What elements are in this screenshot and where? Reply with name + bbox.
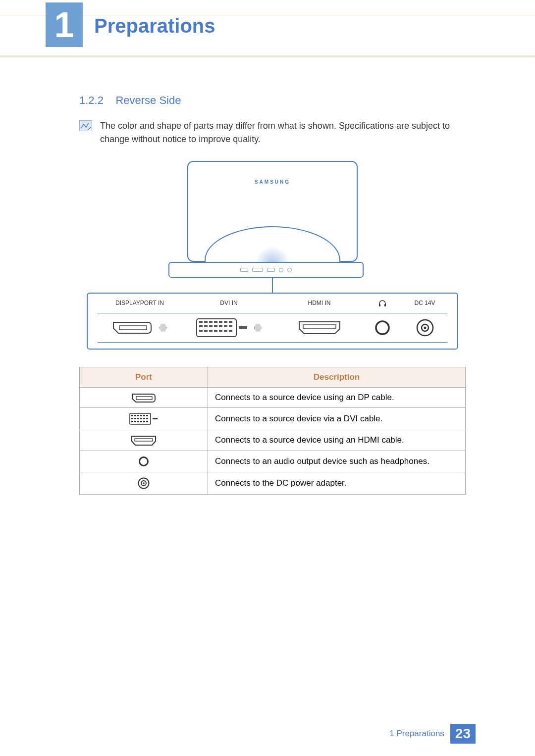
svg-rect-35 bbox=[131, 415, 133, 416]
port-desc: Connects to an audio output device such … bbox=[208, 451, 466, 472]
note-text: The color and shape of parts may differ … bbox=[100, 119, 466, 146]
svg-rect-45 bbox=[143, 418, 145, 419]
svg-rect-8 bbox=[209, 321, 213, 323]
table-row: Connects to an audio output device such … bbox=[80, 451, 466, 472]
headphone-icon bbox=[363, 300, 402, 309]
port-label-displayport: DISPLAYPORT IN bbox=[98, 300, 182, 309]
svg-rect-16 bbox=[214, 325, 217, 327]
svg-rect-15 bbox=[209, 325, 213, 327]
port-label-dc: DC 14V bbox=[402, 300, 447, 309]
section-heading: 1.2.2 Reverse Side bbox=[79, 94, 466, 107]
port-cell-dvi-icon bbox=[80, 408, 208, 430]
svg-rect-47 bbox=[131, 421, 133, 422]
port-cell-dc-icon bbox=[80, 472, 208, 494]
port-cell-dp-icon bbox=[80, 388, 208, 408]
svg-rect-4 bbox=[119, 326, 147, 330]
audio-jack-icon bbox=[374, 320, 390, 336]
svg-rect-14 bbox=[204, 325, 208, 327]
port-desc: Connects to the DC power adapter. bbox=[208, 472, 466, 494]
footer-label: 1 Preparations bbox=[389, 729, 444, 739]
table-row: Connects to a source device using an HDM… bbox=[80, 430, 466, 451]
displayport-icon bbox=[112, 321, 152, 334]
svg-rect-20 bbox=[199, 330, 203, 332]
screw-icon bbox=[254, 324, 262, 332]
svg-rect-23 bbox=[214, 330, 217, 332]
svg-rect-18 bbox=[224, 325, 227, 327]
svg-rect-27 bbox=[239, 326, 247, 329]
table-row: Connects to a source device using an DP … bbox=[80, 388, 466, 408]
svg-rect-51 bbox=[143, 421, 145, 422]
svg-rect-3 bbox=[384, 304, 386, 306]
svg-rect-10 bbox=[219, 321, 222, 323]
svg-rect-28 bbox=[303, 325, 336, 328]
svg-rect-26 bbox=[229, 330, 232, 332]
svg-rect-54 bbox=[135, 439, 153, 441]
note-icon bbox=[79, 120, 91, 132]
svg-rect-43 bbox=[137, 418, 139, 419]
svg-rect-53 bbox=[153, 418, 158, 419]
svg-point-55 bbox=[140, 457, 148, 465]
svg-rect-46 bbox=[146, 418, 148, 419]
svg-point-58 bbox=[143, 482, 145, 484]
ports-table: Port Description Connects to a source de… bbox=[79, 367, 466, 495]
svg-rect-38 bbox=[140, 415, 142, 416]
svg-rect-37 bbox=[137, 415, 139, 416]
svg-rect-52 bbox=[146, 421, 148, 422]
svg-rect-7 bbox=[204, 321, 208, 323]
dvi-icon bbox=[196, 318, 248, 337]
page-number: 23 bbox=[450, 724, 476, 744]
svg-rect-6 bbox=[199, 321, 203, 323]
svg-rect-50 bbox=[140, 421, 142, 422]
svg-rect-49 bbox=[137, 421, 139, 422]
svg-rect-42 bbox=[134, 418, 136, 419]
port-panel: DISPLAYPORT IN DVI IN HDMI IN DC 14V bbox=[87, 293, 458, 350]
hdmi-icon bbox=[298, 321, 341, 335]
svg-rect-17 bbox=[219, 325, 222, 327]
brand-label: SAMSUNG bbox=[188, 179, 357, 185]
svg-rect-33 bbox=[136, 397, 152, 400]
svg-point-32 bbox=[424, 327, 426, 329]
port-desc: Connects to a source device via a DVI ca… bbox=[208, 408, 466, 430]
svg-rect-21 bbox=[204, 330, 208, 332]
port-label-hdmi: HDMI IN bbox=[276, 300, 363, 309]
table-row: Connects to a source device via a DVI ca… bbox=[80, 408, 466, 430]
section-title: Reverse Side bbox=[115, 94, 181, 106]
svg-rect-11 bbox=[224, 321, 227, 323]
svg-rect-41 bbox=[131, 418, 133, 419]
svg-point-29 bbox=[376, 321, 389, 334]
svg-rect-40 bbox=[146, 415, 148, 416]
svg-rect-48 bbox=[134, 421, 136, 422]
svg-rect-24 bbox=[219, 330, 222, 332]
table-header-port: Port bbox=[80, 367, 208, 388]
table-header-description: Description bbox=[208, 367, 466, 388]
port-cell-audio-icon bbox=[80, 451, 208, 472]
svg-rect-44 bbox=[140, 418, 142, 419]
screw-icon bbox=[159, 324, 167, 332]
port-cell-hdmi-icon bbox=[80, 430, 208, 451]
svg-rect-25 bbox=[224, 330, 227, 332]
monitor-base bbox=[168, 262, 364, 278]
port-desc: Connects to a source device using an DP … bbox=[208, 388, 466, 408]
svg-rect-22 bbox=[209, 330, 213, 332]
section-number: 1.2.2 bbox=[79, 94, 104, 106]
chapter-number: 1 bbox=[54, 7, 74, 43]
note-row: The color and shape of parts may differ … bbox=[79, 119, 466, 146]
footer: 1 Preparations 23 bbox=[389, 724, 476, 744]
reverse-side-diagram: SAMSUNG DISPLAYPORT IN DVI IN HDMI bbox=[79, 161, 466, 350]
port-desc: Connects to a source device using an HDM… bbox=[208, 430, 466, 451]
svg-rect-12 bbox=[229, 321, 232, 323]
chapter-tab: 1 bbox=[46, 2, 83, 47]
chapter-title: Preparations bbox=[94, 15, 215, 37]
svg-rect-2 bbox=[379, 304, 380, 306]
svg-rect-19 bbox=[229, 325, 232, 327]
svg-rect-9 bbox=[214, 321, 217, 323]
svg-rect-39 bbox=[143, 415, 145, 416]
dc-jack-icon bbox=[416, 319, 434, 337]
port-label-dvi: DVI IN bbox=[182, 300, 276, 309]
svg-rect-36 bbox=[134, 415, 136, 416]
svg-rect-13 bbox=[199, 325, 203, 327]
table-row: Connects to the DC power adapter. bbox=[80, 472, 466, 494]
